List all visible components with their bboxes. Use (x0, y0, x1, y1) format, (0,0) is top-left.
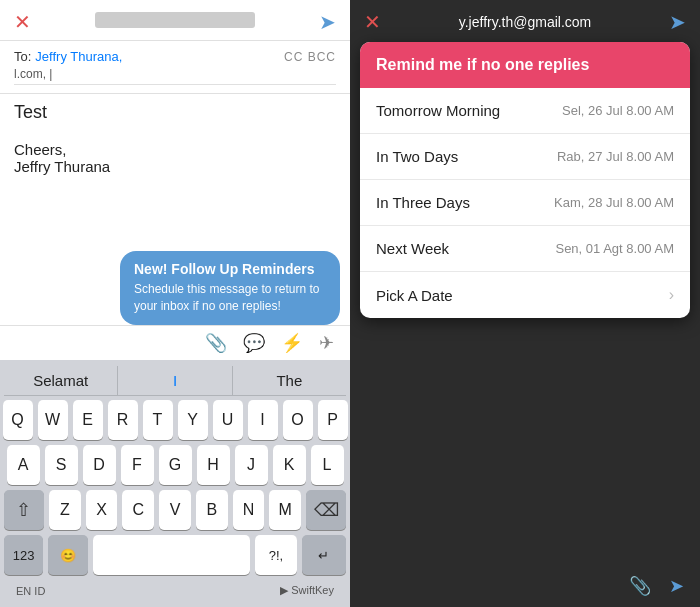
follow-up-desc: Schedule this message to return to your … (134, 281, 326, 315)
follow-up-bubble: New! Follow Up Reminders Schedule this m… (120, 251, 340, 325)
key-s[interactable]: S (45, 445, 78, 485)
remind-label-three-days: In Three Days (376, 194, 470, 211)
remind-item-two-days[interactable]: In Two Days Rab, 27 Jul 8.00 AM (360, 134, 690, 180)
keyboard-row-4: 123 😊 ?!, ↵ (4, 535, 346, 575)
remind-label-next-week: Next Week (376, 240, 449, 257)
key-h[interactable]: H (197, 445, 230, 485)
remind-date-tomorrow: Sel, 26 Jul 8.00 AM (562, 103, 674, 118)
remind-item-pick-date[interactable]: Pick A Date › (360, 272, 690, 318)
right-panel: ✕ y.jeffry.th@gmail.com ➤ Remind me if n… (350, 0, 700, 607)
key-l[interactable]: L (311, 445, 344, 485)
shift-key[interactable]: ⇧ (4, 490, 44, 530)
recipient-name: Jeffry Thurana, (35, 49, 122, 64)
right-send-toolbar-icon[interactable]: ➤ (669, 575, 684, 597)
send-icon[interactable]: ➤ (319, 10, 336, 34)
key-c[interactable]: C (122, 490, 154, 530)
remind-date-two-days: Rab, 27 Jul 8.00 AM (557, 149, 674, 164)
key-a[interactable]: A (7, 445, 40, 485)
email-value: l.com, | (14, 67, 52, 81)
key-v[interactable]: V (159, 490, 191, 530)
remind-header-title: Remind me if no one replies (360, 42, 690, 88)
key-w[interactable]: W (38, 400, 68, 440)
key-y[interactable]: Y (178, 400, 208, 440)
right-header: ✕ y.jeffry.th@gmail.com ➤ (350, 0, 700, 42)
key-f[interactable]: F (121, 445, 154, 485)
close-icon[interactable]: ✕ (14, 10, 31, 34)
keyboard-bottom-bar: EN ID ▶ SwiftKey (4, 580, 346, 603)
key-u[interactable]: U (213, 400, 243, 440)
right-header-email: y.jeffry.th@gmail.com (381, 14, 669, 30)
chevron-right-icon: › (669, 286, 674, 304)
language-tag: EN ID (16, 585, 45, 597)
key-e[interactable]: E (73, 400, 103, 440)
key-z[interactable]: Z (49, 490, 81, 530)
right-toolbar: 📎 ➤ (350, 565, 700, 607)
punctuation-key[interactable]: ?!, (255, 535, 297, 575)
key-b[interactable]: B (196, 490, 228, 530)
follow-up-title: New! Follow Up Reminders (134, 261, 326, 277)
email-input-field[interactable]: l.com, | (14, 64, 336, 85)
subject-line[interactable]: Test (0, 94, 350, 131)
remind-label-pick-date: Pick A Date (376, 287, 453, 304)
key-d[interactable]: D (83, 445, 116, 485)
compose-toolbar: 📎 💬 ⚡ ✈ (0, 325, 350, 360)
keyboard-row-3: ⇧ Z X C V B N M ⌫ (4, 490, 346, 530)
blurred-header-text (95, 12, 255, 28)
key-o[interactable]: O (283, 400, 313, 440)
cc-bcc-button[interactable]: CC BCC (284, 50, 336, 64)
chat-icon[interactable]: 💬 (243, 332, 265, 354)
remind-panel: Remind me if no one replies Tomorrow Mor… (360, 42, 690, 318)
key-j[interactable]: J (235, 445, 268, 485)
body-line2: Jeffry Thurana (14, 158, 336, 175)
key-k[interactable]: K (273, 445, 306, 485)
key-p[interactable]: P (318, 400, 348, 440)
key-n[interactable]: N (233, 490, 265, 530)
emoji-key[interactable]: 😊 (48, 535, 87, 575)
remind-item-next-week[interactable]: Next Week Sen, 01 Agt 8.00 AM (360, 226, 690, 272)
key-g[interactable]: G (159, 445, 192, 485)
remind-label-tomorrow: Tomorrow Morning (376, 102, 500, 119)
space-key[interactable] (93, 535, 250, 575)
undo-icon[interactable]: ✈ (319, 332, 334, 354)
keyboard: Selamat I The Q W E R T Y U I O P A S D … (0, 360, 350, 607)
remind-date-three-days: Kam, 28 Jul 8.00 AM (554, 195, 674, 210)
email-subject-header (31, 12, 319, 32)
remind-label-two-days: In Two Days (376, 148, 458, 165)
key-i[interactable]: I (248, 400, 278, 440)
right-send-icon[interactable]: ➤ (669, 10, 686, 34)
number-key[interactable]: 123 (4, 535, 43, 575)
right-attachment-icon[interactable]: 📎 (629, 575, 651, 597)
remind-date-next-week: Sen, 01 Agt 8.00 AM (555, 241, 674, 256)
left-header: ✕ ➤ (0, 0, 350, 41)
suggestion-selamat[interactable]: Selamat (4, 366, 118, 395)
suggestion-the[interactable]: The (233, 366, 346, 395)
key-r[interactable]: R (108, 400, 138, 440)
attachment-icon[interactable]: 📎 (205, 332, 227, 354)
compose-header: To: Jeffry Thurana, CC BCC l.com, | (0, 41, 350, 94)
to-line: To: Jeffry Thurana, CC BCC (14, 49, 336, 64)
email-body[interactable]: Cheers, Jeffry Thurana New! Follow Up Re… (0, 131, 350, 325)
key-m[interactable]: M (269, 490, 301, 530)
right-close-icon[interactable]: ✕ (364, 10, 381, 34)
key-q[interactable]: Q (3, 400, 33, 440)
suggestion-i[interactable]: I (118, 366, 232, 395)
keyboard-row-1: Q W E R T Y U I O P (4, 400, 346, 440)
remind-item-tomorrow[interactable]: Tomorrow Morning Sel, 26 Jul 8.00 AM (360, 88, 690, 134)
swiftkey-branding: ▶ SwiftKey (280, 584, 334, 597)
to-label: To: (14, 49, 31, 64)
return-key[interactable]: ↵ (302, 535, 346, 575)
remind-item-three-days[interactable]: In Three Days Kam, 28 Jul 8.00 AM (360, 180, 690, 226)
keyboard-row-2: A S D F G H J K L (4, 445, 346, 485)
delete-key[interactable]: ⌫ (306, 490, 346, 530)
key-t[interactable]: T (143, 400, 173, 440)
body-line1: Cheers, (14, 141, 336, 158)
left-panel: ✕ ➤ To: Jeffry Thurana, CC BCC l.com, | … (0, 0, 350, 607)
bolt-icon[interactable]: ⚡ (281, 332, 303, 354)
key-x[interactable]: X (86, 490, 118, 530)
keyboard-suggestions: Selamat I The (4, 366, 346, 396)
